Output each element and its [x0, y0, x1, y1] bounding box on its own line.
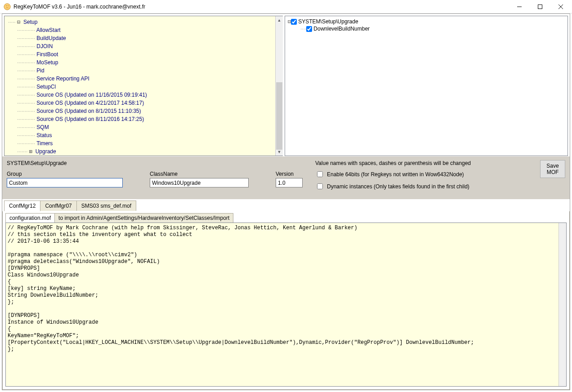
tree-item-label: Service Reporting API	[36, 76, 89, 82]
tree-item-upgrade[interactable]: ·······⊞ Upgrade	[8, 147, 274, 156]
save-mof-button[interactable]: Save MOF	[540, 160, 565, 178]
tree-item[interactable]: ············ Source OS (Updated on 4/21/…	[8, 99, 274, 107]
tree-item-label: BuildUpdate	[36, 35, 66, 41]
tree-item[interactable]: ············ Pid	[8, 67, 274, 75]
tree-item[interactable]: ············ Source OS (Updated on 8/1/2…	[8, 107, 274, 115]
tree-root[interactable]: ·····⊟ Setup	[8, 18, 274, 26]
maximize-button[interactable]	[530, 0, 550, 13]
registry-tree-pane: ·····⊟ Setup ············ AllowStart····…	[4, 16, 283, 156]
svg-point-0	[4, 4, 10, 10]
svg-point-1	[6, 5, 7, 6]
tree-item[interactable]: ············ Status	[8, 131, 274, 139]
tree-item[interactable]: ············ Service Reporting API	[8, 75, 274, 83]
version-field-block: Version	[276, 171, 303, 187]
top-panes: ·····⊟ Setup ············ AllowStart····…	[2, 14, 570, 156]
subtab-import[interactable]: to import in Admin/AgentSettings/Hardwar…	[54, 213, 233, 223]
code-scrollbar[interactable]	[559, 223, 566, 386]
checktree-root-label: SYSTEM\Setup\Upgrade	[298, 18, 358, 25]
options-block: Value names with spaces, dashes or paren…	[315, 160, 471, 191]
version-input[interactable]	[276, 178, 303, 187]
scroll-thumb[interactable]	[276, 82, 282, 150]
scroll-up-icon[interactable]: ▲	[276, 16, 283, 24]
tab-confmgr07[interactable]: ConfMgr07	[40, 200, 76, 211]
tree-item-label: Source OS (Updated on 11/16/2015 09:19:4…	[36, 92, 147, 98]
tree-item-label: Source OS (Updated on 8/1/2015 11:10:35)	[36, 108, 141, 114]
tab-row-1: ConfMgr12 ConfMgr07 SMS03 sms_def.mof	[2, 200, 570, 211]
group-label: Group	[7, 171, 123, 177]
tree-item-label: AllowStart	[36, 27, 61, 33]
checktree-child[interactable]: ····DownlevelBuildNumber	[288, 25, 565, 32]
enable-64bits-option[interactable]: Enable 64bits (for Regkeys not written i…	[315, 170, 471, 178]
dynamic-instances-checkbox[interactable]	[317, 183, 323, 189]
tree-item-label: Source OS (Updated on 4/21/2017 14:58:17…	[36, 100, 144, 106]
subtab-configuration-mof[interactable]: configuration.mof	[5, 213, 55, 223]
tree-item-label: DJOIN	[36, 43, 53, 49]
window-controls	[509, 0, 571, 13]
svg-point-2	[8, 5, 9, 6]
code-output[interactable]: // RegKeyToMOF by Mark Cochrane (with he…	[5, 223, 567, 387]
registry-path: SYSTEM\Setup\Upgrade	[7, 160, 303, 166]
tree-item-label: Upgrade	[36, 148, 56, 155]
dynamic-instances-label: Dynamic instances (Only takes fields fou…	[327, 183, 469, 190]
tree-item-label: MoSetup	[36, 59, 58, 66]
tree-item-label: Timers	[36, 140, 53, 147]
save-button-line2: MOF	[547, 169, 559, 175]
selection-tree-pane: ⊟SYSTEM\Setup\Upgrade ····DownlevelBuild…	[285, 16, 568, 156]
value-names-note: Value names with spaces, dashes or paren…	[315, 160, 471, 166]
enable-64bits-label: Enable 64bits (for Regkeys not written i…	[327, 171, 464, 178]
tree-item[interactable]: ············ DJOIN	[8, 42, 274, 50]
tab-sms03[interactable]: SMS03 sms_def.mof	[76, 200, 136, 211]
tree-item[interactable]: ············ MoSetup	[8, 58, 274, 67]
tree-item[interactable]: ············ FirstBoot	[8, 50, 274, 58]
dynamic-instances-option[interactable]: Dynamic instances (Only takes fields fou…	[315, 182, 471, 191]
tree-item[interactable]: ············ SQM	[8, 123, 274, 131]
group-input[interactable]	[7, 178, 123, 187]
tree-root-label: Setup	[23, 19, 37, 25]
save-button-line1: Save	[546, 163, 559, 169]
app-icon	[4, 3, 11, 10]
tree-item-label: Source OS (Updated on 8/11/2016 14:17:25…	[36, 116, 144, 122]
tree-item[interactable]: ············ Source OS (Updated on 11/16…	[8, 91, 274, 99]
tree-item[interactable]: ············ Source OS (Updated on 8/11/…	[8, 115, 274, 123]
tree-item-label: SQM	[36, 124, 49, 130]
window-title: RegKeyToMOF v3.6 - Jun16 - mark.cochrane…	[13, 4, 509, 10]
tree-item[interactable]: ············ SetupCl	[8, 83, 274, 91]
tree-item[interactable]: ············ AllowStart	[8, 26, 274, 34]
content: ·····⊟ Setup ············ AllowStart····…	[2, 13, 570, 390]
tree-item[interactable]: ············ Timers	[8, 139, 274, 147]
checktree-root[interactable]: ⊟SYSTEM\Setup\Upgrade	[288, 18, 565, 25]
tree-item-label: Pid	[36, 67, 44, 74]
tree-item-label: SetupCl	[36, 84, 56, 90]
checktree-child-label: DownlevelBuildNumber	[313, 26, 370, 32]
svg-rect-4	[538, 4, 542, 9]
checktree-root-checkbox[interactable]	[291, 19, 297, 25]
output-tabs: ConfMgr12 ConfMgr07 SMS03 sms_def.mof co…	[2, 199, 570, 390]
tree-scrollbar[interactable]: ▲ ▼	[275, 16, 283, 156]
registry-tree[interactable]: ·····⊟ Setup ············ AllowStart····…	[4, 16, 283, 156]
tree-item-label: FirstBoot	[36, 51, 58, 58]
checktree-child-checkbox[interactable]	[306, 26, 312, 32]
minimize-button[interactable]	[509, 0, 530, 13]
group-field-block: Group	[7, 171, 123, 187]
tab-content: configuration.mof to import in Admin/Age…	[2, 211, 570, 390]
tree-item-label: Status	[36, 132, 52, 138]
version-label: Version	[276, 171, 303, 177]
close-button[interactable]	[550, 0, 571, 13]
settings-panel: SYSTEM\Setup\Upgrade Group ClassName Ver…	[2, 156, 570, 199]
classname-field-block: ClassName	[150, 171, 249, 187]
tree-item[interactable]: ············ BuildUpdate	[8, 34, 274, 42]
code-text: // RegKeyToMOF by Mark Cochrane (with he…	[8, 225, 474, 352]
tab-row-2: configuration.mof to import in Admin/Age…	[3, 211, 569, 223]
titlebar: RegKeyToMOF v3.6 - Jun16 - mark.cochrane…	[0, 0, 572, 13]
classname-label: ClassName	[150, 171, 249, 177]
tab-confmgr12[interactable]: ConfMgr12	[4, 200, 40, 211]
enable-64bits-checkbox[interactable]	[317, 171, 323, 177]
classname-input[interactable]	[150, 178, 249, 187]
